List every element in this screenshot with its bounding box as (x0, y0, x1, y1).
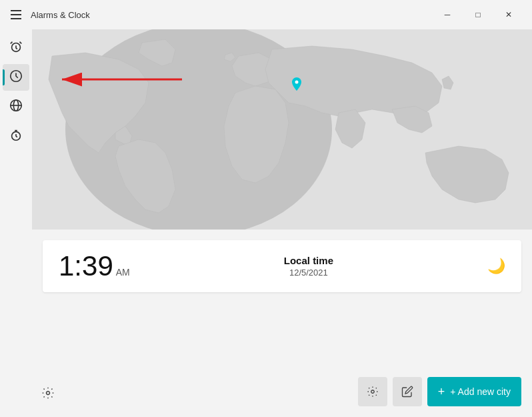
maximize-button[interactable]: □ (463, 4, 493, 25)
sidebar (0, 29, 32, 417)
alarm-icon (9, 39, 23, 57)
clock-icon (9, 69, 23, 87)
minimize-button[interactable]: ─ (432, 4, 463, 25)
content-area: 1:39 AM Local time 12/5/2021 🌙 (32, 29, 532, 417)
sidebar-item-clock[interactable] (3, 64, 29, 91)
plus-icon: + (438, 385, 445, 399)
stopwatch-icon (9, 127, 23, 145)
time-location: Local time 12/5/2021 (284, 255, 333, 278)
main-layout: 1:39 AM Local time 12/5/2021 🌙 (0, 29, 532, 417)
settings-bottom-button[interactable] (35, 380, 61, 406)
svg-point-7 (295, 81, 299, 84)
time-display: 1:39 AM (59, 252, 130, 280)
add-city-label: + Add new city (450, 386, 511, 397)
moon-icon: 🌙 (487, 258, 505, 275)
time-ampm: AM (116, 267, 130, 278)
time-value: 1:39 (59, 252, 113, 280)
title-bar: Alarms & Clock ─ □ ✕ (0, 0, 532, 29)
settings-gear-button[interactable] (358, 377, 387, 406)
bottom-bar: + + Add new city (358, 377, 521, 406)
world-map-area (32, 29, 532, 230)
location-name: Local time (284, 255, 333, 266)
svg-point-10 (371, 390, 375, 394)
hamburger-menu[interactable] (8, 7, 24, 22)
title-bar-left: Alarms & Clock (8, 7, 90, 22)
svg-point-11 (47, 392, 50, 395)
sidebar-item-stopwatch[interactable] (3, 123, 29, 149)
location-pin (292, 77, 301, 89)
location-date: 12/5/2021 (284, 268, 333, 278)
close-button[interactable]: ✕ (493, 4, 524, 25)
time-card: 1:39 AM Local time 12/5/2021 🌙 (43, 240, 521, 292)
world-map-svg (32, 29, 532, 230)
sidebar-item-alarm[interactable] (3, 35, 29, 61)
edit-button[interactable] (393, 377, 422, 406)
app-title: Alarms & Clock (31, 10, 90, 20)
world-clock-icon (9, 98, 23, 116)
window-controls: ─ □ ✕ (432, 4, 524, 25)
add-city-button[interactable]: + + Add new city (427, 377, 521, 406)
sidebar-item-world-clock[interactable] (3, 93, 29, 120)
